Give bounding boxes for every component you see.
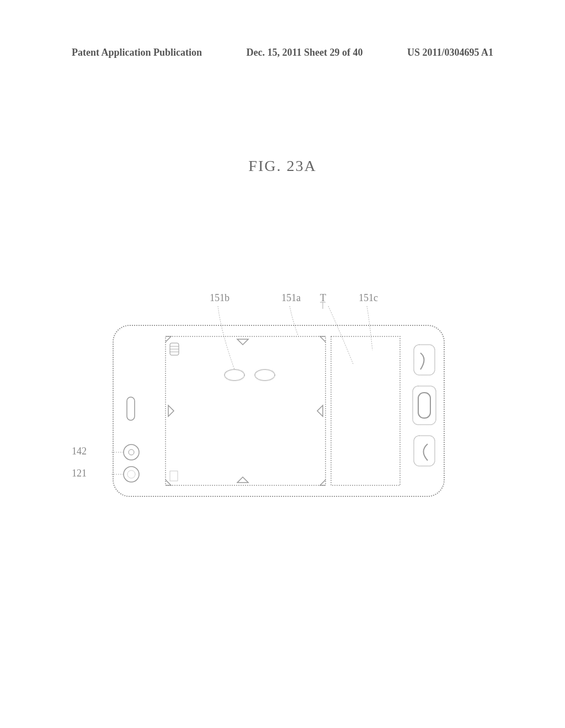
svg-point-8 [255, 370, 275, 381]
svg-rect-0 [113, 325, 444, 496]
svg-point-16 [129, 449, 134, 455]
svg-point-17 [124, 467, 139, 482]
svg-marker-4 [237, 477, 248, 483]
figure-label: FIG. 23A [0, 157, 565, 175]
svg-rect-14 [127, 397, 135, 420]
header-center: Dec. 15, 2011 Sheet 29 of 40 [247, 47, 363, 58]
svg-rect-1 [166, 336, 326, 485]
svg-rect-21 [418, 393, 430, 418]
svg-marker-3 [237, 339, 248, 345]
svg-point-15 [124, 445, 139, 460]
svg-marker-5 [168, 405, 174, 416]
svg-point-7 [225, 370, 244, 381]
device-drawing [110, 298, 463, 518]
page-header: Patent Application Publication Dec. 15, … [0, 47, 565, 58]
svg-rect-20 [413, 386, 436, 425]
header-right: US 2011/0304695 A1 [407, 47, 493, 58]
svg-rect-13 [170, 471, 178, 481]
svg-rect-22 [414, 436, 435, 466]
svg-rect-2 [331, 336, 400, 485]
ref-121: 121 [72, 468, 87, 479]
svg-marker-6 [317, 405, 323, 416]
patent-figure: 151b 151a T 151c 142 121 [110, 298, 463, 518]
ref-142: 142 [72, 446, 87, 457]
header-left: Patent Application Publication [72, 47, 202, 58]
svg-point-18 [127, 470, 135, 478]
